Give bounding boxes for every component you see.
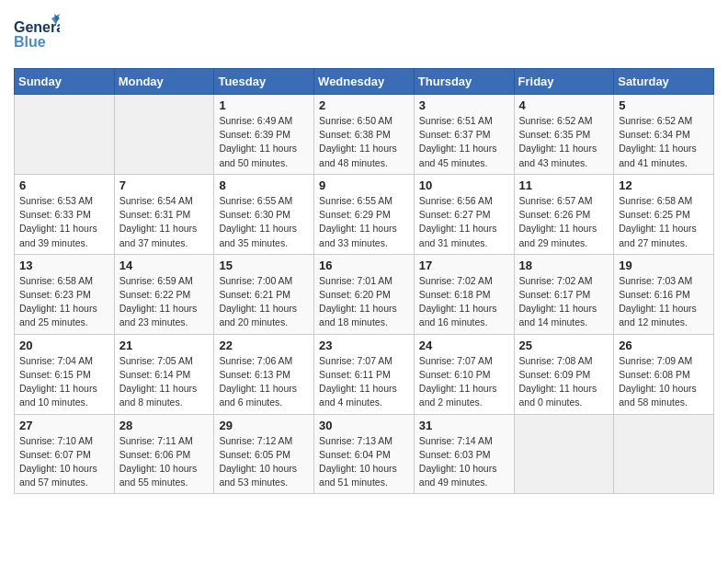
weekday-header-monday: Monday (114, 69, 214, 95)
day-number: 10 (419, 178, 509, 192)
calendar-cell: 27Sunrise: 7:10 AMSunset: 6:07 PMDayligh… (15, 414, 115, 494)
logo: General Blue (14, 14, 60, 59)
day-info: Sunrise: 6:54 AMSunset: 6:31 PMDaylight:… (119, 194, 210, 250)
day-info: Sunrise: 7:07 AMSunset: 6:11 PMDaylight:… (319, 354, 409, 410)
calendar-cell: 24Sunrise: 7:07 AMSunset: 6:10 PMDayligh… (414, 334, 514, 414)
calendar-cell: 12Sunrise: 6:58 AMSunset: 6:25 PMDayligh… (614, 174, 714, 254)
calendar-cell (614, 414, 714, 494)
day-number: 27 (19, 419, 109, 432)
day-info: Sunrise: 7:02 AMSunset: 6:18 PMDaylight:… (419, 274, 509, 330)
day-info: Sunrise: 7:01 AMSunset: 6:20 PMDaylight:… (319, 274, 409, 330)
weekday-header-wednesday: Wednesday (314, 69, 415, 95)
day-info: Sunrise: 7:03 AMSunset: 6:16 PMDaylight:… (619, 274, 709, 330)
day-info: Sunrise: 6:55 AMSunset: 6:30 PMDaylight:… (219, 194, 309, 250)
calendar-week-3: 13Sunrise: 6:58 AMSunset: 6:23 PMDayligh… (15, 254, 714, 334)
day-info: Sunrise: 6:58 AMSunset: 6:23 PMDaylight:… (19, 274, 109, 330)
calendar-cell: 26Sunrise: 7:09 AMSunset: 6:08 PMDayligh… (614, 334, 714, 414)
calendar-body: 1Sunrise: 6:49 AMSunset: 6:39 PMDaylight… (15, 95, 714, 494)
calendar-table: SundayMondayTuesdayWednesdayThursdayFrid… (14, 68, 714, 494)
day-number: 29 (219, 419, 309, 432)
day-number: 5 (619, 98, 709, 112)
calendar-cell: 6Sunrise: 6:53 AMSunset: 6:33 PMDaylight… (15, 174, 115, 254)
calendar-week-4: 20Sunrise: 7:04 AMSunset: 6:15 PMDayligh… (15, 334, 714, 414)
day-number: 17 (419, 259, 509, 272)
day-info: Sunrise: 6:58 AMSunset: 6:25 PMDaylight:… (619, 194, 709, 250)
day-info: Sunrise: 7:02 AMSunset: 6:17 PMDaylight:… (519, 274, 609, 330)
day-info: Sunrise: 7:00 AMSunset: 6:21 PMDaylight:… (219, 274, 309, 330)
day-info: Sunrise: 6:56 AMSunset: 6:27 PMDaylight:… (419, 194, 509, 250)
calendar-cell: 25Sunrise: 7:08 AMSunset: 6:09 PMDayligh… (514, 334, 614, 414)
day-info: Sunrise: 7:10 AMSunset: 6:07 PMDaylight:… (19, 434, 109, 490)
calendar-cell: 20Sunrise: 7:04 AMSunset: 6:15 PMDayligh… (15, 334, 115, 414)
weekday-header-row: SundayMondayTuesdayWednesdayThursdayFrid… (15, 69, 714, 95)
calendar-cell: 28Sunrise: 7:11 AMSunset: 6:06 PMDayligh… (114, 414, 214, 494)
day-number: 9 (319, 178, 409, 192)
weekday-header-saturday: Saturday (614, 69, 714, 95)
calendar-cell: 30Sunrise: 7:13 AMSunset: 6:04 PMDayligh… (314, 414, 415, 494)
svg-text:Blue: Blue (14, 34, 46, 50)
calendar-cell: 4Sunrise: 6:52 AMSunset: 6:35 PMDaylight… (514, 95, 614, 175)
day-info: Sunrise: 7:05 AMSunset: 6:14 PMDaylight:… (119, 354, 210, 410)
day-info: Sunrise: 7:12 AMSunset: 6:05 PMDaylight:… (219, 434, 309, 490)
calendar-cell: 29Sunrise: 7:12 AMSunset: 6:05 PMDayligh… (214, 414, 314, 494)
day-number: 23 (319, 339, 409, 352)
weekday-header-tuesday: Tuesday (214, 69, 314, 95)
day-info: Sunrise: 6:51 AMSunset: 6:37 PMDaylight:… (419, 114, 509, 170)
calendar-cell: 9Sunrise: 6:55 AMSunset: 6:29 PMDaylight… (314, 174, 415, 254)
day-number: 25 (519, 339, 609, 352)
day-info: Sunrise: 7:09 AMSunset: 6:08 PMDaylight:… (619, 354, 709, 410)
calendar-cell: 2Sunrise: 6:50 AMSunset: 6:38 PMDaylight… (314, 95, 415, 175)
calendar-week-5: 27Sunrise: 7:10 AMSunset: 6:07 PMDayligh… (15, 414, 714, 494)
day-info: Sunrise: 7:08 AMSunset: 6:09 PMDaylight:… (519, 354, 609, 410)
calendar-cell (15, 95, 115, 175)
calendar-cell: 14Sunrise: 6:59 AMSunset: 6:22 PMDayligh… (114, 254, 214, 334)
day-info: Sunrise: 6:52 AMSunset: 6:34 PMDaylight:… (619, 114, 709, 170)
day-info: Sunrise: 7:07 AMSunset: 6:10 PMDaylight:… (419, 354, 509, 410)
calendar-week-1: 1Sunrise: 6:49 AMSunset: 6:39 PMDaylight… (15, 95, 714, 175)
calendar-cell: 22Sunrise: 7:06 AMSunset: 6:13 PMDayligh… (214, 334, 314, 414)
weekday-header-thursday: Thursday (414, 69, 514, 95)
weekday-header-sunday: Sunday (15, 69, 115, 95)
day-number: 20 (19, 339, 109, 352)
day-number: 1 (219, 98, 309, 112)
day-number: 6 (19, 178, 109, 192)
day-number: 2 (319, 98, 409, 112)
day-number: 21 (119, 339, 210, 352)
calendar-cell: 21Sunrise: 7:05 AMSunset: 6:14 PMDayligh… (114, 334, 214, 414)
day-number: 4 (519, 98, 609, 112)
day-number: 18 (519, 259, 609, 272)
day-number: 11 (519, 178, 609, 192)
svg-text:General: General (14, 19, 60, 35)
calendar-cell: 5Sunrise: 6:52 AMSunset: 6:34 PMDaylight… (614, 95, 714, 175)
day-number: 24 (419, 339, 509, 352)
day-number: 26 (619, 339, 709, 352)
calendar-cell: 17Sunrise: 7:02 AMSunset: 6:18 PMDayligh… (414, 254, 514, 334)
day-number: 16 (319, 259, 409, 272)
day-number: 28 (119, 419, 210, 432)
day-info: Sunrise: 7:04 AMSunset: 6:15 PMDaylight:… (19, 354, 109, 410)
day-info: Sunrise: 7:13 AMSunset: 6:04 PMDaylight:… (319, 434, 409, 490)
day-number: 8 (219, 178, 309, 192)
day-number: 22 (219, 339, 309, 352)
calendar-cell: 19Sunrise: 7:03 AMSunset: 6:16 PMDayligh… (614, 254, 714, 334)
calendar-cell (514, 414, 614, 494)
calendar-cell: 15Sunrise: 7:00 AMSunset: 6:21 PMDayligh… (214, 254, 314, 334)
day-info: Sunrise: 6:53 AMSunset: 6:33 PMDaylight:… (19, 194, 109, 250)
logo-svg: General Blue (14, 14, 60, 55)
calendar-cell: 18Sunrise: 7:02 AMSunset: 6:17 PMDayligh… (514, 254, 614, 334)
calendar-cell: 31Sunrise: 7:14 AMSunset: 6:03 PMDayligh… (414, 414, 514, 494)
calendar-cell: 13Sunrise: 6:58 AMSunset: 6:23 PMDayligh… (15, 254, 115, 334)
day-number: 7 (119, 178, 210, 192)
calendar-cell: 23Sunrise: 7:07 AMSunset: 6:11 PMDayligh… (314, 334, 415, 414)
day-info: Sunrise: 6:49 AMSunset: 6:39 PMDaylight:… (219, 114, 309, 170)
calendar-cell: 7Sunrise: 6:54 AMSunset: 6:31 PMDaylight… (114, 174, 214, 254)
weekday-header-friday: Friday (514, 69, 614, 95)
day-info: Sunrise: 6:52 AMSunset: 6:35 PMDaylight:… (519, 114, 609, 170)
day-number: 3 (419, 98, 509, 112)
day-number: 12 (619, 178, 709, 192)
day-info: Sunrise: 6:50 AMSunset: 6:38 PMDaylight:… (319, 114, 409, 170)
day-number: 13 (19, 259, 109, 272)
page-header: General Blue (14, 14, 714, 59)
calendar-cell: 11Sunrise: 6:57 AMSunset: 6:26 PMDayligh… (514, 174, 614, 254)
day-info: Sunrise: 6:55 AMSunset: 6:29 PMDaylight:… (319, 194, 409, 250)
